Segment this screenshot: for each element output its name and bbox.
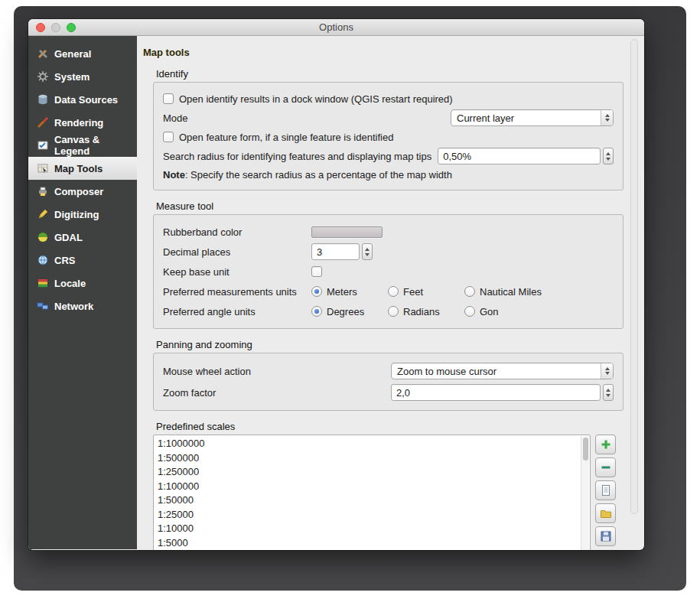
units-feet-label: Feet [403, 286, 423, 298]
remove-scale-button[interactable] [595, 457, 616, 477]
search-radius-input[interactable] [438, 148, 601, 164]
sidebar-item-label: Rendering [54, 117, 103, 129]
angle-gon-label: Gon [480, 306, 499, 317]
scale-list-item[interactable]: 1:250000 [158, 465, 590, 480]
sidebar-item-network[interactable]: Network [28, 295, 137, 317]
radio-icon [388, 306, 399, 317]
scale-list-item[interactable]: 1:25000 [158, 508, 590, 522]
identify-dock-label: Open identify results in a dock window (… [179, 93, 453, 105]
export-scales-button[interactable] [595, 526, 616, 546]
minimize-icon[interactable] [51, 23, 60, 32]
window-title: Options [319, 21, 353, 33]
scale-list-item[interactable]: 1:1000000 [158, 437, 590, 451]
paintbrush-icon [36, 116, 49, 129]
radio-icon [311, 306, 322, 317]
zoom-window-icon[interactable] [67, 23, 76, 32]
printer-icon [36, 185, 49, 197]
units-nautical-label: Nautical Miles [480, 286, 542, 298]
options-sidebar: General System Data Sources Rendering [28, 36, 137, 549]
radio-icon [311, 286, 322, 297]
decimal-places-input[interactable] [311, 243, 360, 260]
sidebar-item-system[interactable]: System [28, 65, 137, 88]
measure-groupbox: Rubberband color Decimal places Keep bas… [153, 214, 623, 329]
options-dialog: Options General System Data Sources [28, 19, 644, 550]
radio-icon [464, 306, 475, 317]
keep-base-unit-label: Keep base unit [163, 266, 311, 278]
zoom-factor-input[interactable] [391, 384, 601, 401]
sidebar-item-gdal[interactable]: GDAL [28, 226, 137, 249]
document-icon [600, 484, 612, 496]
map-tools-icon [36, 162, 49, 174]
mouse-wheel-value: Zoom to mouse cursor [392, 366, 601, 377]
feature-form-label: Open feature form, if a single feature i… [179, 132, 393, 143]
folder-icon [600, 507, 612, 519]
feature-form-checkbox[interactable] [163, 132, 174, 142]
title-bar[interactable]: Options [28, 19, 644, 36]
globe-icon [36, 254, 49, 266]
gear-icon [36, 70, 49, 83]
sidebar-item-crs[interactable]: CRS [28, 249, 137, 272]
angle-degrees-label: Degrees [327, 306, 364, 317]
sidebar-item-rendering[interactable]: Rendering [28, 111, 137, 134]
sidebar-item-label: GDAL [54, 232, 83, 243]
sidebar-item-label: Locale [54, 278, 86, 289]
units-nautical-radio[interactable]: Nautical Miles [464, 286, 542, 298]
search-radius-stepper[interactable] [603, 148, 614, 164]
angle-radians-radio[interactable]: Radians [388, 306, 464, 317]
rubberband-color-button[interactable] [311, 226, 383, 238]
add-scale-button[interactable] [595, 435, 616, 454]
mouse-wheel-select[interactable]: Zoom to mouse cursor [391, 363, 614, 379]
identify-mode-select[interactable]: Current layer [451, 109, 614, 126]
list-scrollbar[interactable] [581, 436, 589, 550]
angle-degrees-radio[interactable]: Degrees [311, 306, 388, 317]
preferred-angle-label: Preferred angle units [163, 306, 311, 317]
sidebar-item-general[interactable]: General [28, 42, 137, 65]
sidebar-item-canvas-legend[interactable]: Canvas & Legend [28, 134, 137, 157]
note-bold: Note [163, 169, 185, 181]
scrollbar-thumb[interactable] [583, 438, 588, 461]
zoom-factor-label: Zoom factor [163, 387, 391, 399]
decimal-places-stepper[interactable] [362, 243, 373, 260]
scale-list-item[interactable]: 1:5000 [158, 536, 590, 551]
scale-list-item[interactable]: 1:100000 [158, 480, 590, 494]
sidebar-item-data-sources[interactable]: Data Sources [28, 88, 137, 111]
wrench-icon [36, 47, 49, 60]
panning-groupbox: Mouse wheel action Zoom to mouse cursor … [153, 353, 623, 411]
sidebar-item-composer[interactable]: Composer [28, 180, 137, 203]
sidebar-item-label: System [54, 71, 90, 83]
panel-scrollbar[interactable] [630, 39, 638, 514]
note-text: : Specify the search radius as a percent… [185, 169, 452, 181]
angle-radians-label: Radians [403, 306, 440, 317]
angle-gon-radio[interactable]: Gon [464, 306, 499, 317]
minus-icon [600, 461, 612, 474]
radio-icon [388, 286, 399, 297]
sidebar-item-map-tools[interactable]: Map Tools [28, 157, 137, 180]
radio-icon [464, 286, 475, 297]
traffic-lights [36, 23, 76, 32]
close-icon[interactable] [36, 23, 45, 32]
scale-list-item[interactable]: 1:500000 [158, 451, 590, 466]
sidebar-item-locale[interactable]: Locale [28, 272, 137, 295]
plus-icon [600, 438, 612, 451]
sidebar-item-label: Digitizing [54, 209, 99, 220]
search-radius-label: Search radius for identifying features a… [163, 151, 431, 162]
scale-list-item[interactable]: 1:10000 [158, 522, 590, 536]
restore-default-scales-button[interactable] [595, 480, 616, 500]
sidebar-item-label: CRS [54, 255, 75, 266]
panning-section-label: Panning and zooming [156, 339, 644, 350]
chevron-updown-icon [601, 363, 613, 379]
keep-base-unit-checkbox[interactable] [311, 266, 322, 277]
sidebar-item-digitizing[interactable]: Digitizing [28, 203, 137, 226]
sidebar-item-label: Canvas & Legend [54, 134, 137, 157]
sidebar-item-label: Data Sources [54, 94, 118, 106]
identify-groupbox: Open identify results in a dock window (… [153, 82, 623, 190]
sidebar-item-label: Composer [54, 186, 103, 197]
identify-dock-checkbox[interactable] [163, 93, 174, 104]
sidebar-item-label: General [54, 48, 91, 60]
zoom-factor-stepper[interactable] [603, 384, 614, 401]
units-feet-radio[interactable]: Feet [388, 286, 464, 298]
scale-list-item[interactable]: 1:50000 [158, 493, 590, 508]
units-meters-radio[interactable]: Meters [311, 286, 388, 298]
predefined-scales-list[interactable]: 1:1000000 1:500000 1:250000 1:100000 1:5… [153, 435, 591, 550]
import-scales-button[interactable] [595, 503, 616, 523]
